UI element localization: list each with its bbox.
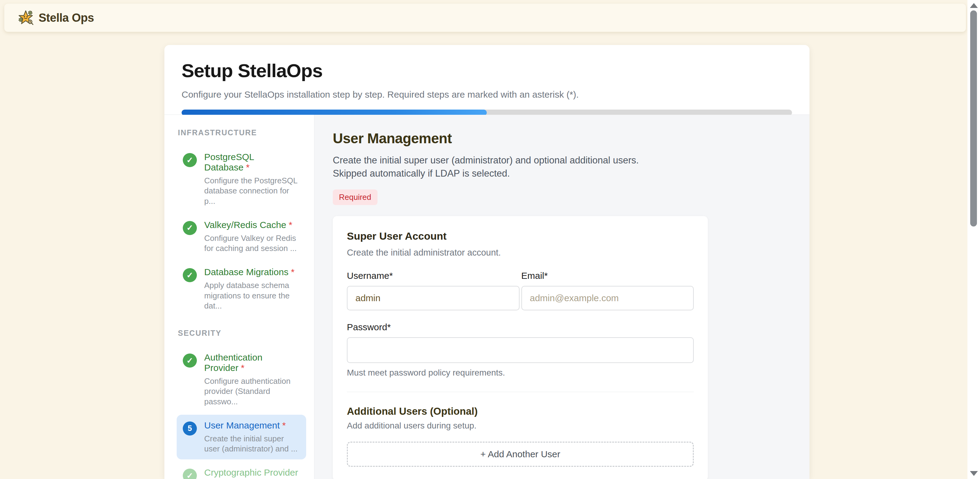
check-glyph: ✓ bbox=[186, 471, 193, 479]
required-asterisk: * bbox=[246, 162, 250, 172]
item-texts: PostgreSQL Database* Configure the Postg… bbox=[204, 152, 300, 206]
password-field-group: Password* Must meet password policy requ… bbox=[347, 322, 694, 378]
panel-subtitle: Create the initial administrator account… bbox=[347, 248, 694, 258]
scrollbar-up-arrow-icon[interactable] bbox=[970, 3, 978, 8]
page-title: Setup StellaOps bbox=[181, 60, 792, 81]
required-status-badge: Required bbox=[333, 189, 377, 205]
check-circle-icon: ✓ bbox=[183, 268, 197, 282]
item-texts: Cryptographic Provider Select cryptograp… bbox=[204, 467, 300, 479]
check-glyph: ✓ bbox=[186, 271, 193, 280]
super-user-account-panel: Super User Account Create the initial ad… bbox=[333, 216, 708, 479]
sidebar-item-valkey-redis-cache[interactable]: ✓ Valkey/Redis Cache* Configure Valkey o… bbox=[177, 214, 306, 259]
brand-home-link[interactable]: Stella Ops bbox=[18, 10, 94, 26]
username-label: Username* bbox=[347, 271, 520, 281]
email-input[interactable] bbox=[521, 286, 694, 310]
username-email-row: Username* Email* bbox=[347, 271, 694, 310]
password-help-text: Must meet password policy requirements. bbox=[347, 368, 694, 378]
page-scrollbar bbox=[967, 0, 980, 479]
item-title: PostgreSQL Database* bbox=[204, 152, 300, 173]
username-input[interactable] bbox=[347, 286, 520, 310]
page-subtitle: Configure your StellaOps installation st… bbox=[181, 89, 792, 100]
step-description: Create the initial super user (administr… bbox=[333, 154, 670, 180]
required-asterisk: * bbox=[291, 267, 294, 277]
item-description: Configure the PostgreSQL database connec… bbox=[204, 176, 300, 206]
item-title: Authentication Provider* bbox=[204, 352, 300, 373]
email-label: Email* bbox=[521, 271, 694, 281]
section-label-security: SECURITY bbox=[178, 329, 306, 337]
password-input[interactable] bbox=[347, 337, 694, 363]
sidebar-item-user-management[interactable]: 5 User Management* Create the initial su… bbox=[177, 415, 306, 460]
check-glyph: ✓ bbox=[186, 156, 193, 165]
sidebar-item-database-migrations[interactable]: ✓ Database Migrations* Apply database sc… bbox=[177, 261, 306, 317]
required-asterisk: * bbox=[241, 363, 245, 373]
panel-divider bbox=[347, 392, 694, 392]
scrollbar-down-arrow-icon[interactable] bbox=[970, 471, 978, 476]
panel-title: Super User Account bbox=[347, 230, 694, 242]
password-label: Password* bbox=[347, 322, 694, 333]
wizard-header: Setup StellaOps Configure your StellaOps… bbox=[164, 45, 810, 115]
item-title: Cryptographic Provider bbox=[204, 467, 300, 478]
check-circle-icon: ✓ bbox=[183, 353, 197, 368]
check-glyph: ✓ bbox=[186, 223, 193, 232]
check-glyph: ✓ bbox=[186, 356, 193, 366]
sidebar-item-authentication-provider[interactable]: ✓ Authentication Provider* Configure aut… bbox=[177, 347, 306, 412]
sidebar-item-postgresql-database[interactable]: ✓ PostgreSQL Database* Configure the Pos… bbox=[177, 146, 306, 212]
sidebar-item-cryptographic-provider[interactable]: ✓ Cryptographic Provider Select cryptogr… bbox=[177, 462, 306, 479]
wizard-body: INFRASTRUCTURE ✓ PostgreSQL Database* Co… bbox=[164, 115, 810, 479]
item-texts: Valkey/Redis Cache* Configure Valkey or … bbox=[204, 220, 300, 254]
email-field-group: Email* bbox=[521, 271, 694, 310]
additional-users-title: Additional Users (Optional) bbox=[347, 406, 694, 417]
required-asterisk: * bbox=[289, 220, 293, 230]
item-description: Create the initial super user (administr… bbox=[204, 434, 300, 454]
steps-sidebar: INFRASTRUCTURE ✓ PostgreSQL Database* Co… bbox=[164, 115, 314, 479]
item-texts: Database Migrations* Apply database sche… bbox=[204, 267, 300, 311]
stellaops-logo-icon bbox=[18, 10, 34, 26]
section-label-infrastructure: INFRASTRUCTURE bbox=[178, 128, 306, 137]
required-asterisk: * bbox=[282, 420, 286, 430]
item-description: Apply database schema migrations to ensu… bbox=[204, 280, 300, 311]
item-description: Configure authentication provider (Stand… bbox=[204, 376, 300, 407]
check-circle-icon: ✓ bbox=[183, 221, 197, 235]
setup-wizard-card: Setup StellaOps Configure your StellaOps… bbox=[164, 45, 810, 479]
item-title: Valkey/Redis Cache* bbox=[204, 220, 300, 230]
item-title: User Management* bbox=[204, 420, 300, 431]
scrollbar-thumb[interactable] bbox=[970, 10, 977, 226]
add-another-user-button[interactable]: + Add Another User bbox=[347, 442, 694, 467]
step-content-pane: User Management Create the initial super… bbox=[314, 115, 810, 479]
item-title: Database Migrations* bbox=[204, 267, 300, 277]
step-title: User Management bbox=[333, 130, 810, 146]
item-texts: Authentication Provider* Configure authe… bbox=[204, 352, 300, 407]
additional-users-subtitle: Add additional users during setup. bbox=[347, 421, 694, 431]
check-circle-icon: ✓ bbox=[183, 153, 197, 167]
item-texts: User Management* Create the initial supe… bbox=[204, 420, 300, 454]
brand-name: Stella Ops bbox=[38, 11, 94, 24]
item-description: Configure Valkey or Redis for caching an… bbox=[204, 233, 300, 254]
username-field-group: Username* bbox=[347, 271, 520, 310]
step-number-badge: 5 bbox=[183, 422, 197, 436]
check-circle-icon: ✓ bbox=[183, 469, 197, 479]
app-header: Stella Ops bbox=[4, 4, 966, 32]
